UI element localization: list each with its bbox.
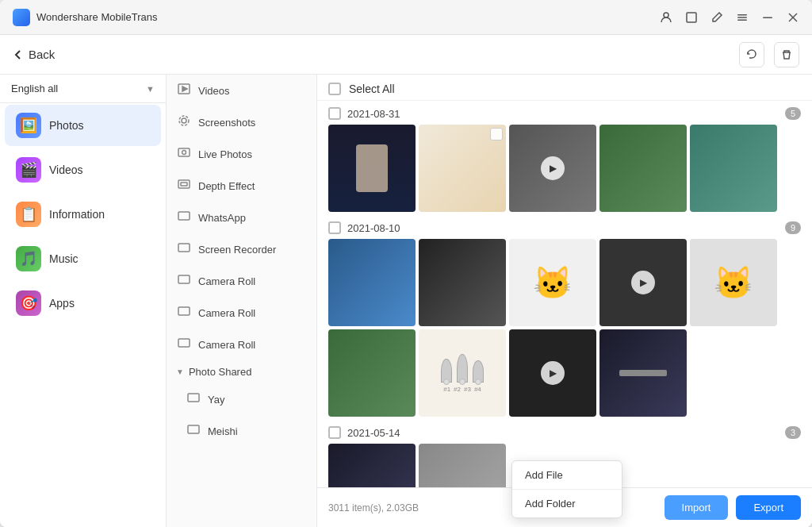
date-count-3: 3: [785, 426, 801, 439]
date-checkbox-3[interactable]: [328, 426, 341, 439]
trash-button[interactable]: [774, 42, 799, 67]
middle-item-camera-roll-1[interactable]: Camera Roll: [167, 265, 316, 297]
photo-thumb[interactable]: 🐱: [509, 239, 596, 326]
svg-rect-14: [178, 180, 190, 188]
music-icon: 🎵: [16, 246, 41, 271]
right-header: Select All: [317, 75, 812, 101]
photo-thumb[interactable]: [328, 239, 416, 326]
person-icon[interactable]: [660, 11, 672, 24]
screen-recorder-label: Screen Recorder: [198, 244, 276, 256]
middle-item-yay[interactable]: Yay: [167, 383, 316, 415]
date-checkbox-1[interactable]: [328, 107, 341, 120]
window-icon[interactable]: [685, 11, 698, 24]
minimize-icon[interactable]: [761, 11, 774, 24]
undo-button[interactable]: [739, 42, 764, 67]
videos-icon: 🎬: [16, 157, 41, 183]
date-section-2021-08-31: 2021-08-31 5: [328, 107, 801, 212]
information-label: Information: [49, 208, 105, 221]
play-button[interactable]: ▶: [541, 156, 565, 180]
middle-item-whatsapp[interactable]: WhatsApp: [167, 202, 316, 233]
select-all-checkbox[interactable]: [328, 83, 341, 95]
middle-item-screen-recorder[interactable]: Screen Recorder: [167, 233, 316, 265]
sidebar-item-photos[interactable]: 🖼️ Photos: [5, 105, 161, 146]
menu-icon[interactable]: [736, 11, 749, 24]
photos-grid-2: 🐱 ▶ 🐱: [328, 239, 801, 326]
middle-item-videos[interactable]: Videos: [167, 75, 316, 106]
app-logo: [13, 9, 30, 26]
photo-thumb[interactable]: [599, 125, 687, 212]
photos-grid-1: ▶: [328, 125, 801, 212]
svg-rect-1: [687, 13, 696, 22]
meishi-label: Meishi: [208, 425, 238, 437]
whatsapp-icon: [176, 209, 192, 226]
back-bar-actions: [739, 42, 799, 67]
date-label-1: 2021-08-31: [347, 108, 779, 120]
photo-thumb[interactable]: [419, 125, 506, 212]
photo-thumb[interactable]: [328, 125, 416, 212]
sidebar-item-videos[interactable]: 🎬 Videos: [5, 149, 161, 190]
middle-item-depth-effect[interactable]: Depth Effect: [167, 170, 316, 202]
sidebar-item-information[interactable]: 📋 Information: [5, 194, 161, 235]
title-bar: Wondershare MobileTrans: [0, 0, 812, 35]
videos-mid-label: Videos: [198, 85, 230, 97]
photos-grid-2b: #1#2#3#4 ▶: [328, 329, 801, 417]
date-label-2: 2021-08-10: [347, 222, 779, 234]
photo-thumb[interactable]: ▶: [599, 239, 687, 326]
apps-label: Apps: [49, 297, 75, 310]
svg-rect-2: [737, 14, 747, 16]
select-all-label[interactable]: Select All: [349, 83, 395, 95]
photo-thumb[interactable]: #1#2#3#4: [419, 329, 506, 417]
export-button[interactable]: Export: [736, 495, 801, 520]
photo-thumb[interactable]: [419, 444, 506, 487]
photo-thumb[interactable]: [419, 239, 506, 326]
photo-thumb[interactable]: [328, 444, 416, 487]
svg-rect-5: [763, 17, 772, 18]
photos-label: Photos: [49, 119, 84, 132]
add-folder-option[interactable]: Add Folder: [512, 490, 622, 517]
thumb-checkbox[interactable]: [490, 128, 503, 140]
import-button[interactable]: Import: [665, 495, 729, 520]
middle-item-camera-roll-2[interactable]: Camera Roll: [167, 297, 316, 329]
photo-thumb[interactable]: [328, 329, 416, 417]
depth-effect-label: Depth Effect: [198, 180, 255, 192]
photo-thumb[interactable]: [690, 125, 777, 212]
edit-icon[interactable]: [710, 11, 723, 24]
photos-icon: 🖼️: [16, 113, 41, 138]
middle-item-meishi[interactable]: Meishi: [167, 415, 316, 447]
photo-thumb[interactable]: ▶: [509, 125, 596, 212]
photo-thumb[interactable]: 🐱: [690, 239, 777, 326]
screen-recorder-icon: [176, 240, 192, 258]
sidebar-item-apps[interactable]: 🎯 Apps: [5, 283, 161, 324]
svg-rect-22: [188, 425, 199, 433]
camera-roll-1-label: Camera Roll: [198, 275, 255, 287]
window-controls: [660, 11, 799, 24]
date-label-3: 2021-05-14: [347, 427, 779, 439]
language-dropdown[interactable]: English all ▼: [0, 75, 166, 103]
add-file-option[interactable]: Add File: [512, 461, 622, 489]
close-icon[interactable]: [787, 11, 799, 24]
camera-roll-2-label: Camera Roll: [198, 307, 255, 319]
play-button[interactable]: ▶: [631, 271, 655, 294]
photo-thumb[interactable]: ▶: [509, 329, 596, 417]
middle-item-screenshots[interactable]: Screenshots: [167, 106, 316, 138]
camera-roll-3-icon: [176, 336, 192, 353]
back-button[interactable]: Back: [13, 48, 55, 61]
svg-point-0: [664, 13, 668, 17]
date-count-2: 9: [785, 221, 801, 234]
information-icon: 📋: [16, 202, 41, 227]
sidebar-item-music[interactable]: 🎵 Music: [5, 238, 161, 279]
svg-point-11: [179, 116, 189, 125]
photo-shared-section[interactable]: ▼ Photo Shared: [167, 360, 316, 383]
screenshots-icon: [176, 113, 192, 131]
app-title: Wondershare MobileTrans: [36, 11, 660, 23]
dropdown-menu: Add File Add Folder: [511, 460, 622, 518]
middle-item-camera-roll-3[interactable]: Camera Roll: [167, 329, 316, 360]
play-button[interactable]: ▶: [541, 361, 565, 385]
dropdown-arrow-icon: ▼: [146, 84, 155, 94]
yay-icon: [186, 390, 201, 408]
middle-item-live-photos[interactable]: Live Photos: [167, 138, 316, 170]
photo-thumb[interactable]: [599, 329, 687, 417]
svg-rect-19: [178, 307, 190, 315]
date-checkbox-2[interactable]: [328, 221, 341, 234]
svg-rect-20: [178, 339, 190, 347]
